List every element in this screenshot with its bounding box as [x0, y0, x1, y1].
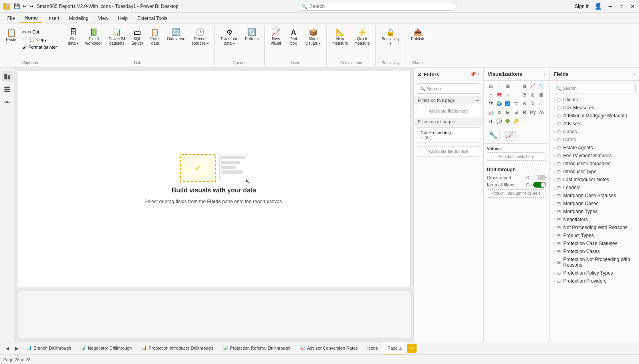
tab-protection-introducer[interactable]: 📊 Protection Introducer Drillthrough: [137, 342, 217, 354]
cut-button[interactable]: ✂ ✂ Cut: [21, 29, 59, 36]
field-product-types[interactable]: › ⊞ Product Types: [550, 231, 639, 239]
filter-all-pages-menu[interactable]: ···: [476, 119, 479, 124]
menu-home[interactable]: Home: [20, 14, 42, 23]
arc-gauge-icon[interactable]: ◑: [487, 117, 495, 125]
add-page-button[interactable]: +: [407, 344, 417, 353]
tab-negotiator-drillthrough[interactable]: 📊 Negotiator Drillthrough: [77, 342, 136, 354]
more-icon[interactable]: ···: [520, 117, 528, 125]
field-introducer-companies[interactable]: › ⊞ Introducer Companies: [550, 160, 639, 168]
new-visual-button[interactable]: 📈 Newvisual: [268, 27, 284, 47]
field-negotiators[interactable]: › ⊞ Negotiators: [550, 216, 639, 224]
enter-data-button[interactable]: 📋 Enterdata: [147, 27, 163, 47]
field-introducer-type[interactable]: › ⊞ Introducer Type: [550, 168, 639, 176]
multirow-card-icon[interactable]: 📄: [537, 99, 545, 107]
fields-search-box[interactable]: 🔍: [553, 83, 636, 93]
kpi-icon[interactable]: 📊: [487, 108, 495, 116]
field-lenders[interactable]: › ⊞ Lenders: [550, 184, 639, 192]
field-mortgage-cases[interactable]: › ⊞ Mortgage Cases: [550, 200, 639, 208]
tab-branch-drillthrough[interactable]: 📊 Branch Drillthrough: [22, 342, 75, 354]
scatter-icon[interactable]: ⁚: [512, 91, 520, 99]
model-view-icon[interactable]: [2, 97, 13, 108]
menu-view[interactable]: View: [94, 14, 112, 23]
line-cluster-icon[interactable]: 〰: [487, 91, 495, 99]
add-data-fields-page[interactable]: Add data fields here: [417, 106, 480, 116]
quick-measure-button[interactable]: ⚡ Quickmeasure: [352, 27, 372, 47]
undo-icon[interactable]: ↩: [22, 3, 27, 9]
donut-icon[interactable]: ◎: [529, 91, 537, 99]
tab-protection-referral[interactable]: 📊 Protection Referral Drillthrough: [219, 342, 294, 354]
field-cases[interactable]: › ⊞ Cases: [550, 128, 639, 136]
not-proceeding-filter[interactable]: Not Proceeding ... is (All): [417, 127, 480, 143]
refresh-button[interactable]: 🔃 Refresh: [242, 27, 261, 43]
key-influencer-icon[interactable]: 🔑: [512, 117, 520, 125]
cross-report-toggle[interactable]: Off: [526, 175, 546, 180]
keep-filters-toggle-track[interactable]: [533, 182, 546, 188]
field-protection-policy-types[interactable]: › ⊞ Protection Policy Types: [550, 269, 639, 277]
qa-icon[interactable]: ?A: [537, 108, 545, 116]
menu-file[interactable]: File: [3, 14, 19, 23]
filled-map-icon[interactable]: 🌍: [495, 99, 503, 107]
copy-button[interactable]: 📄 📋 Copy: [21, 36, 59, 43]
minimize-button[interactable]: ─: [607, 3, 613, 10]
filter-section-menu[interactable]: ···: [476, 98, 479, 103]
ribbon-chart-icon[interactable]: 🎀: [495, 91, 503, 99]
close-button[interactable]: ✕: [629, 3, 636, 10]
cross-report-toggle-track[interactable]: [533, 175, 546, 180]
user-icon[interactable]: 👤: [594, 2, 602, 10]
100pct-bar-icon[interactable]: ▦: [520, 82, 528, 90]
r-visual-icon[interactable]: R: [520, 108, 528, 116]
sql-server-button[interactable]: 🗃 SQLServer: [129, 27, 145, 47]
keep-filters-toggle[interactable]: On: [526, 182, 546, 188]
new-measure-button[interactable]: 📐 Newmeasure: [330, 27, 350, 47]
report-view-icon[interactable]: [2, 71, 13, 82]
pie-icon[interactable]: ◔: [520, 91, 528, 99]
funnel-icon[interactable]: ▽: [512, 99, 520, 107]
filters-search-input[interactable]: [427, 86, 482, 91]
table-icon[interactable]: ⊞: [504, 108, 512, 116]
matrix-icon[interactable]: ⊟: [512, 108, 520, 116]
menu-modeling[interactable]: Modeling: [65, 14, 93, 23]
viz-expand-icon[interactable]: ›: [544, 71, 545, 77]
dataverse-button[interactable]: 🔄 Dataverse: [165, 27, 188, 43]
save-icon[interactable]: 💾: [14, 3, 20, 9]
python-icon[interactable]: Py: [529, 108, 537, 116]
menu-external-tools[interactable]: External Tools: [133, 14, 171, 23]
powerbi-datasets-button[interactable]: 📊 Power BIdatasets: [106, 27, 127, 47]
area-chart-icon[interactable]: 📉: [537, 82, 545, 90]
field-protection-not-proceeding[interactable]: › ⊞ Protection Not Proceeding With Reaso…: [550, 255, 639, 269]
data-view-icon[interactable]: [2, 84, 13, 95]
card-icon[interactable]: 🃏: [529, 99, 537, 107]
tab-next-button[interactable]: ▶: [13, 342, 21, 354]
clustered-column-icon[interactable]: ⫶: [512, 82, 520, 90]
analytics-btn[interactable]: 📈: [503, 130, 516, 141]
slicer-icon[interactable]: ⧉: [495, 108, 503, 116]
paste-button[interactable]: 📋 Paste: [3, 27, 19, 44]
waterfall-icon[interactable]: ⬦: [504, 91, 512, 99]
tab-adviser-conversion[interactable]: 📊 Adviser Conversion Rates: [296, 342, 362, 354]
global-search[interactable]: 🔍: [297, 2, 456, 11]
field-protection-case-statuses[interactable]: › ⊞ Protection Case Statuses: [550, 239, 639, 247]
fields-expand-icon[interactable]: ›: [633, 71, 635, 77]
menu-insert[interactable]: Insert: [44, 14, 64, 23]
excel-button[interactable]: 📗 Excelworkbook: [83, 27, 105, 47]
field-protection-providers[interactable]: › ⊞ Protection Providers: [550, 277, 639, 285]
filters-search[interactable]: 🔍: [417, 83, 480, 94]
format-visual-btn[interactable]: 🔧: [487, 130, 500, 141]
sensitivity-button[interactable]: 🔒 Sensitivity▾: [379, 27, 402, 47]
field-not-proceeding-reasons[interactable]: › ⊞ Not Proceeding With Reasons: [550, 224, 639, 231]
fields-search-input[interactable]: [563, 86, 633, 91]
expand-icon[interactable]: ›: [478, 71, 479, 77]
tab-page-1[interactable]: Page 1: [383, 342, 405, 354]
restore-button[interactable]: □: [618, 3, 625, 10]
field-estate-agents[interactable]: › ⊞ Estate Agents: [550, 144, 639, 152]
decomp-tree-icon[interactable]: 🌳: [504, 117, 512, 125]
field-dates[interactable]: › ⊞ Dates: [550, 136, 639, 144]
get-data-button[interactable]: 🗄 Getdata ▾: [65, 27, 81, 47]
field-dax-measures[interactable]: › ⊞ Dax Measures: [550, 104, 639, 112]
drill-add-btn[interactable]: Add drill-through fields here: [487, 189, 546, 198]
treemap-icon[interactable]: ▩: [537, 91, 545, 99]
quick-access-toolbar[interactable]: 💾 ↩ ↪: [14, 3, 34, 9]
stacked-bar-icon[interactable]: ▤: [487, 82, 495, 90]
sign-in-label[interactable]: Sign in: [575, 4, 589, 9]
recent-sources-button[interactable]: 🕐 Recentsources ▾: [189, 27, 211, 47]
